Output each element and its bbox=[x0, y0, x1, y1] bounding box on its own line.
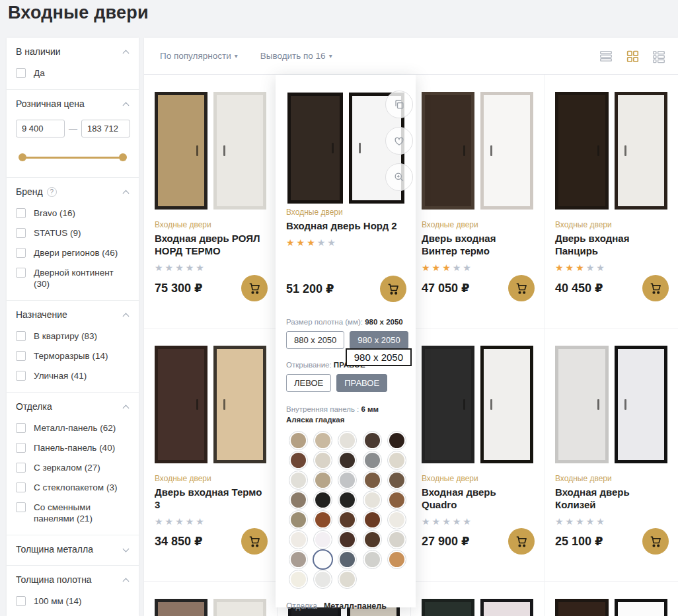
panel-swatch[interactable] bbox=[365, 453, 380, 468]
panel-swatch[interactable] bbox=[340, 552, 355, 567]
checkbox[interactable] bbox=[16, 268, 26, 278]
product-image[interactable] bbox=[555, 91, 667, 210]
product-card[interactable]: Входные двери Входная дверь Колизей ★★★★… bbox=[545, 328, 678, 582]
checkbox[interactable] bbox=[16, 68, 26, 78]
product-image[interactable] bbox=[422, 91, 533, 210]
panel-swatch[interactable] bbox=[315, 532, 330, 547]
chevron-up-icon[interactable] bbox=[123, 190, 130, 196]
list-view-button[interactable] bbox=[598, 49, 613, 63]
section-header-price[interactable]: Розничная цена bbox=[16, 98, 130, 109]
quick-view-button[interactable] bbox=[385, 163, 413, 191]
panel-swatch[interactable] bbox=[340, 512, 355, 527]
product-title[interactable]: Дверь входная Винтер термо bbox=[422, 232, 533, 257]
price-range-slider[interactable] bbox=[19, 153, 127, 161]
panel-swatch[interactable] bbox=[340, 453, 355, 468]
panel-swatch[interactable] bbox=[389, 473, 404, 488]
panel-swatch[interactable] bbox=[315, 512, 330, 527]
chevron-up-icon[interactable] bbox=[123, 578, 130, 584]
panel-swatch[interactable] bbox=[389, 453, 404, 468]
panel-swatch[interactable] bbox=[291, 433, 306, 448]
product-card[interactable]: Входные двери Входная дверь РОЯЛ НОРД ТЕ… bbox=[144, 75, 278, 328]
expanded-product-card[interactable]: Входные двери Входная дверь Норд 2 ★★★★★… bbox=[276, 75, 416, 607]
product-category[interactable]: Входные двери bbox=[422, 220, 533, 229]
compact-view-button[interactable] bbox=[651, 49, 666, 63]
add-to-cart-button[interactable] bbox=[380, 276, 406, 302]
checkbox[interactable] bbox=[16, 371, 26, 381]
panel-swatch[interactable] bbox=[389, 492, 404, 508]
panel-swatch[interactable] bbox=[291, 532, 306, 547]
product-title[interactable]: Входная дверь РОЯЛ НОРД ТЕРМО bbox=[155, 232, 266, 257]
checkbox[interactable] bbox=[16, 463, 26, 473]
checkbox[interactable] bbox=[16, 596, 26, 606]
product-category[interactable]: Входные двери bbox=[286, 208, 405, 217]
product-category[interactable]: Входные двери bbox=[155, 220, 266, 229]
checkbox[interactable] bbox=[16, 351, 26, 361]
filter-checkbox-row[interactable]: Уличная (41) bbox=[16, 370, 130, 381]
add-to-cart-button[interactable] bbox=[241, 528, 268, 555]
slider-handle-min[interactable] bbox=[19, 153, 26, 161]
product-category[interactable]: Входные двери bbox=[555, 220, 667, 229]
product-card[interactable]: Входные двери Дверь входная Панцирь ★★★★… bbox=[545, 75, 678, 328]
panel-swatch[interactable] bbox=[315, 473, 330, 488]
filter-checkbox-row[interactable]: Панель-панель (40) bbox=[16, 442, 130, 453]
add-to-cart-button[interactable] bbox=[642, 528, 669, 555]
checkbox[interactable] bbox=[16, 248, 26, 258]
panel-swatch[interactable] bbox=[365, 492, 380, 508]
filter-checkbox-row[interactable]: Дверной континент (30) bbox=[16, 267, 130, 289]
panel-swatch[interactable] bbox=[389, 512, 404, 527]
filter-checkbox-row[interactable]: Да bbox=[16, 67, 130, 79]
filter-checkbox-row[interactable]: С зеркалом (27) bbox=[16, 462, 130, 473]
filter-checkbox-row[interactable]: В квартиру (83) bbox=[16, 330, 130, 342]
panel-swatch[interactable] bbox=[315, 572, 330, 587]
panel-swatch[interactable] bbox=[389, 532, 404, 547]
add-to-cart-button[interactable] bbox=[508, 275, 535, 301]
panel-swatch[interactable] bbox=[365, 532, 380, 547]
section-header-availability[interactable]: В наличии bbox=[16, 46, 130, 57]
product-card[interactable] bbox=[545, 582, 678, 616]
section-header-finish[interactable]: Отделка bbox=[16, 401, 130, 412]
add-to-cart-button[interactable] bbox=[508, 528, 535, 555]
checkbox[interactable] bbox=[16, 331, 26, 341]
product-image[interactable] bbox=[155, 344, 266, 463]
product-card[interactable] bbox=[411, 582, 545, 616]
slider-handle-max[interactable] bbox=[119, 153, 127, 161]
product-card[interactable]: Входные двери Дверь входная Термо 3 ★★★★… bbox=[144, 328, 278, 582]
panel-swatch[interactable] bbox=[340, 492, 355, 508]
product-category[interactable]: Входные двери bbox=[555, 474, 667, 483]
section-header-brand[interactable]: Бренд? bbox=[16, 186, 130, 197]
panel-swatch[interactable] bbox=[340, 433, 355, 448]
add-to-cart-button[interactable] bbox=[642, 275, 669, 301]
panel-swatch[interactable] bbox=[340, 473, 355, 488]
panel-swatch[interactable] bbox=[389, 433, 404, 448]
product-title[interactable]: Входная дверь Quadro bbox=[422, 486, 533, 511]
checkbox[interactable] bbox=[16, 423, 26, 433]
checkbox[interactable] bbox=[16, 502, 26, 512]
chevron-up-icon[interactable] bbox=[123, 50, 130, 56]
product-card[interactable] bbox=[144, 582, 278, 616]
filter-checkbox-row[interactable]: Со сменными панелями (21) bbox=[16, 502, 130, 524]
product-title[interactable]: Дверь входная Термо 3 bbox=[155, 486, 266, 511]
product-title[interactable]: Входная дверь Колизей bbox=[555, 486, 667, 511]
panel-swatch[interactable] bbox=[365, 552, 380, 567]
sort-dropdown[interactable]: По популярности▾ bbox=[160, 51, 238, 61]
product-category[interactable]: Входные двери bbox=[422, 474, 533, 483]
chevron-down-icon[interactable] bbox=[123, 545, 130, 552]
panel-swatch[interactable] bbox=[365, 512, 380, 527]
product-image[interactable] bbox=[422, 344, 533, 463]
opening-option-button[interactable]: ПРАВОЕ bbox=[336, 374, 387, 392]
price-max-input[interactable] bbox=[81, 120, 130, 137]
size-option-button[interactable]: 980 x 2050 bbox=[350, 331, 408, 349]
product-image[interactable] bbox=[155, 91, 266, 210]
panel-swatch[interactable] bbox=[291, 512, 306, 527]
panel-swatch[interactable] bbox=[291, 572, 306, 587]
grid-view-button[interactable] bbox=[624, 49, 640, 63]
chevron-up-icon[interactable] bbox=[123, 404, 130, 411]
filter-checkbox-row[interactable]: Двери регионов (46) bbox=[16, 247, 130, 258]
product-title[interactable]: Дверь входная Панцирь bbox=[555, 232, 667, 257]
section-header-metal-thickness[interactable]: Толщина металла bbox=[16, 544, 130, 555]
checkbox[interactable] bbox=[16, 228, 26, 238]
panel-swatch[interactable] bbox=[291, 473, 306, 488]
product-image[interactable] bbox=[555, 344, 667, 463]
filter-checkbox-row[interactable]: Металл-панель (62) bbox=[16, 422, 130, 434]
product-category[interactable]: Входные двери bbox=[155, 474, 266, 483]
